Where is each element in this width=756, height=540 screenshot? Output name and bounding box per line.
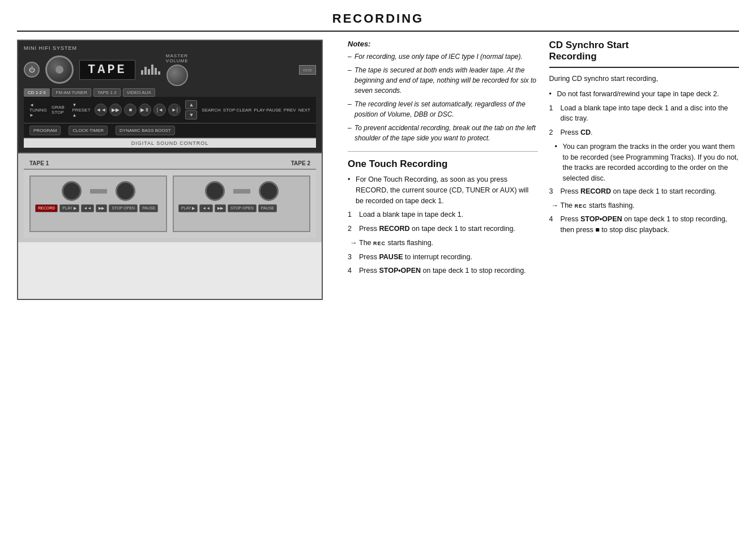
digital-sound-label: DIGITAL SOUND CONTROL — [24, 138, 316, 148]
record-btn-1[interactable]: RECORD — [35, 204, 58, 212]
source-button-tape[interactable]: TAPE 1·2 — [93, 88, 121, 97]
device-section: MINI HIFI SYSTEM ⏻ TAPE — [17, 40, 334, 300]
source-button-cd[interactable]: CD 1·2·3 — [24, 88, 50, 97]
cd-step-num-4: 4 — [549, 214, 553, 225]
tape-buttons-deck1: RECORD PLAY ▶ ◄◄ ▶▶ STOP·OPEN PAUSE — [35, 204, 161, 212]
tape-deck-1: RECORD PLAY ▶ ◄◄ ▶▶ STOP·OPEN PAUSE — [29, 175, 167, 232]
one-touch-arrow-1: The REC starts flashing. — [348, 238, 538, 248]
stop-clear-label: STOP·CLEAR — [223, 108, 252, 113]
ff-btn-2[interactable]: ▶▶ — [215, 204, 226, 212]
ff-btn-1[interactable]: ▶▶ — [96, 204, 107, 212]
nav-arrows: ▲ ▼ — [185, 100, 197, 119]
pause-btn-2[interactable]: PAUSE — [258, 204, 277, 212]
reel-left-2 — [205, 181, 225, 201]
standby-button[interactable]: ⏻ — [24, 62, 40, 78]
source-button-tuner[interactable]: FM·AM TUNER — [52, 88, 91, 97]
bottom-controls-row: PROGRAM CLOCK·TIMER DYNAMIC BASS BOOST — [24, 123, 316, 138]
stop-open-btn-1[interactable]: STOP·OPEN — [109, 204, 138, 212]
cd-step-num-3: 3 — [549, 186, 553, 197]
rewind-button[interactable]: ◄◄ — [95, 104, 107, 116]
play-btn-1[interactable]: PLAY ▶ — [59, 204, 79, 212]
pause-btn-1[interactable]: PAUSE — [139, 204, 158, 212]
stop-button[interactable]: ■ — [124, 104, 136, 116]
record-bold-cd: RECORD — [580, 187, 611, 195]
step-num-2: 2 — [348, 224, 352, 234]
stereo-controls-row: ◄ TUNING ► GRAB STOP ▼ PRESET ▲ ◄◄ ▶▶ ■ … — [24, 97, 316, 123]
master-volume-label: MASTERVOLUME — [166, 53, 189, 63]
page-container: RECORDING MINI HIFI SYSTEM ⏻ — [0, 0, 756, 540]
play-pause-button[interactable]: ▶⏸ — [139, 104, 151, 116]
tape-deck-2: PLAY ▶ ◄◄ ▶▶ STOP·OPEN PAUSE — [173, 175, 310, 232]
play-btn-2[interactable]: PLAY ▶ — [178, 204, 198, 212]
one-touch-step-1: 1 Load a blank tape in tape deck 1. — [348, 209, 538, 220]
volume-knob[interactable] — [166, 65, 188, 86]
nav-down[interactable]: ▼ — [185, 110, 197, 119]
stereo-brand-label: MINI HIFI SYSTEM — [24, 45, 316, 51]
stop-open-bold-1: STOP•OPEN — [379, 267, 421, 275]
cd-step-num-1: 1 — [549, 103, 553, 114]
tape-labels-row: TAPE 1 TAPE 2 — [24, 158, 316, 169]
one-touch-step-3: 3 Press PAUSE to interrupt recording. — [348, 252, 538, 263]
tape-ribbon-2 — [233, 189, 250, 194]
tape-ribbon-1 — [90, 189, 107, 194]
cd-intro: During CD synchro start recording, — [549, 74, 740, 84]
step-num-4: 4 — [348, 265, 352, 276]
program-button[interactable]: PROGRAM — [29, 126, 61, 135]
cd-bold: CD — [580, 128, 591, 136]
rec-indicator-2: REC — [575, 203, 587, 209]
cd-step-1: 1 Load a blank tape into tape deck 1 and… — [549, 103, 740, 125]
stop-open-bold-cd: STOP•OPEN — [580, 215, 622, 223]
disc-slot — [45, 55, 74, 84]
stereo-display: TAPE — [79, 60, 135, 80]
step-num-1: 1 — [348, 209, 352, 220]
cd-synchro-title: CD Synchro Start Recording — [549, 40, 740, 62]
divider-1 — [348, 151, 538, 152]
col-left: Notes: For recording, use only tape of I… — [348, 40, 538, 280]
eq-bar-4 — [151, 65, 153, 75]
disc-center — [55, 66, 63, 74]
search-label: SEARCH — [202, 108, 220, 113]
tape1-header: TAPE 1 — [29, 160, 49, 166]
nav-up[interactable]: ▲ — [185, 100, 197, 109]
stop-open-btn-2[interactable]: STOP·OPEN — [228, 204, 257, 212]
source-button-video[interactable]: VIDEO AUX — [123, 88, 155, 97]
cd-arrow-1: The REC starts flashing. — [549, 200, 740, 211]
eq-bar-1 — [141, 70, 143, 75]
cd-step-2: 2 Press CD. — [549, 127, 740, 138]
fast-forward-button[interactable]: ▶▶ — [109, 104, 122, 116]
tape-decks-section: TAPE 1 TAPE 2 RECORD — [18, 153, 322, 242]
step-num-3: 3 — [348, 252, 352, 263]
next-button[interactable]: ►| — [168, 104, 181, 116]
eq-bar-5 — [155, 68, 157, 75]
cd-sub-bullet: You can program the tracks in the order … — [549, 142, 740, 184]
clock-timer-button[interactable]: CLOCK·TIMER — [69, 126, 108, 135]
tuning-label: ◄ TUNING ► — [29, 102, 47, 118]
notes-title: Notes: — [348, 40, 538, 48]
rewind-btn-2[interactable]: ◄◄ — [199, 204, 213, 212]
note-item-2: The tape is secured at both ends with le… — [348, 65, 538, 96]
page-title: RECORDING — [17, 11, 739, 32]
one-touch-title: One Touch Recording — [348, 158, 538, 170]
tape2-header: TAPE 2 — [291, 160, 310, 166]
dynamic-bass-button[interactable]: DYNAMIC BASS BOOST — [116, 126, 175, 135]
next-label: NEXT — [298, 108, 310, 113]
eq-bars — [141, 65, 160, 75]
notes-section: Notes: For recording, use only tape of I… — [348, 40, 538, 143]
play-pause-label: PLAY·PAUSE — [254, 108, 281, 113]
rec-indicator-1: REC — [373, 241, 386, 246]
prev-button[interactable]: |◄ — [153, 104, 166, 116]
grab-stop-label: GRAB STOP — [52, 105, 67, 115]
rewind-btn-1[interactable]: ◄◄ — [81, 204, 95, 212]
note-item-1: For recording, use only tape of IEC type… — [348, 52, 538, 62]
reel-right-2 — [259, 181, 279, 201]
function-labels: SEARCH STOP·CLEAR PLAY·PAUSE PREV NEXT — [202, 108, 310, 113]
pause-bold: PAUSE — [379, 253, 403, 261]
stereo-display-row: ⏻ TAPE — [24, 53, 316, 86]
cd-step-3: 3 Press RECORD on tape deck 1 to start r… — [549, 186, 740, 197]
tape-slot-icon: ▭▭ — [299, 65, 316, 75]
one-touch-step-2: 2 Press RECORD on tape deck 1 to start r… — [348, 224, 538, 234]
eq-bar-6 — [158, 71, 160, 75]
preset-label: ▼ PRESET ▲ — [72, 102, 91, 118]
note-item-3: The recording level is set automatically… — [348, 99, 538, 119]
reel-right-1 — [116, 181, 135, 201]
